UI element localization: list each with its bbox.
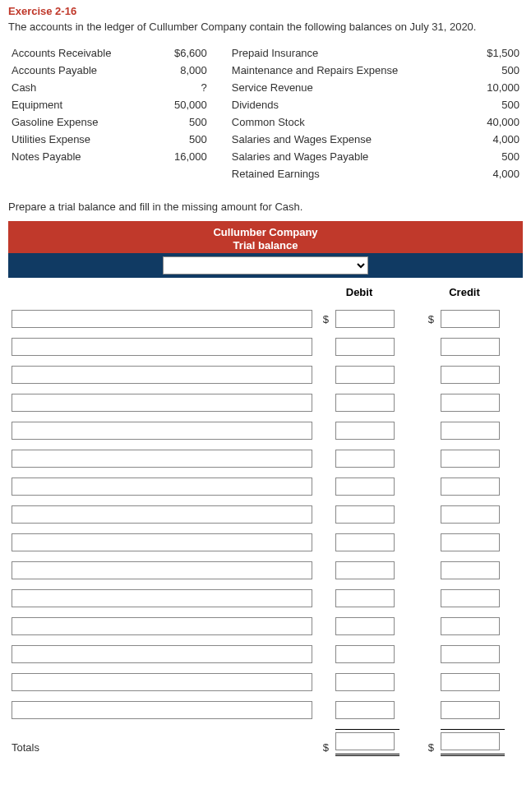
debit-input[interactable] [335,617,395,635]
balance-name: Common Stock [229,113,469,131]
balance-amount: 10,000 [469,79,523,96]
credit-input[interactable] [441,617,500,635]
debit-input[interactable] [335,310,395,328]
totals-label: Totals [8,724,316,761]
credit-input[interactable] [441,478,500,496]
debit-input[interactable] [335,478,395,496]
balance-amount: 4,000 [469,165,523,182]
balance-name: Prepaid Insurance [229,44,469,62]
account-input[interactable] [12,645,312,663]
balance-name: Salaries and Wages Payable [229,148,469,165]
account-input[interactable] [12,673,312,691]
credit-input[interactable] [441,366,500,384]
trial-balance-table: Cullumber Company Trial balance Debit Cr… [8,221,523,761]
balances-table: Accounts Receivable $6,600 Prepaid Insur… [8,44,523,182]
currency-symbol: $ [316,305,332,333]
currency-symbol: $ [316,724,332,761]
debit-input[interactable] [335,366,395,384]
debit-input[interactable] [335,589,395,607]
debit-input[interactable] [335,533,395,551]
account-input[interactable] [12,701,312,719]
trial-balance-header: Cullumber Company Trial balance [8,221,523,253]
balance-amount: 8,000 [156,62,210,79]
date-select[interactable] [163,256,368,275]
balance-amount: $1,500 [469,44,523,62]
account-input[interactable] [12,394,312,412]
balance-amount: 500 [469,62,523,79]
account-input[interactable] [12,533,312,551]
balance-amount: 500 [156,131,210,148]
balance-amount: 500 [156,113,210,131]
credit-input[interactable] [441,589,500,607]
balance-name: Equipment [8,96,156,113]
balance-name: Accounts Payable [8,62,156,79]
debit-input[interactable] [335,450,395,468]
balance-name: Maintenance and Repairs Expense [229,62,469,79]
balance-name: Dividends [229,96,469,113]
credit-input[interactable] [441,533,500,551]
balance-name: Accounts Receivable [8,44,156,62]
instructions-text: Prepare a trial balance and fill in the … [8,201,523,213]
account-input[interactable] [12,450,312,468]
debit-input[interactable] [335,673,395,691]
balance-name: Salaries and Wages Expense [229,131,469,148]
balance-amount: 4,000 [469,131,523,148]
balance-name: Utilities Expense [8,131,156,148]
balance-name: Service Revenue [229,79,469,96]
company-name: Cullumber Company [8,226,523,239]
currency-symbol: $ [421,305,437,333]
account-input[interactable] [12,338,312,356]
debit-total-input[interactable] [335,732,395,750]
balance-amount: 40,000 [469,113,523,131]
credit-input[interactable] [441,422,500,440]
debit-input[interactable] [335,505,395,524]
account-input[interactable] [12,478,312,496]
credit-input[interactable] [441,450,500,468]
balance-amount: ? [156,79,210,96]
trial-balance-subtitle: Trial balance [8,239,523,252]
credit-input[interactable] [441,505,500,524]
debit-input[interactable] [335,561,395,579]
debit-input[interactable] [335,394,395,412]
account-input[interactable] [12,617,312,635]
account-input[interactable] [12,310,312,328]
debit-header: Debit [316,278,403,305]
credit-input[interactable] [441,673,500,691]
balance-name: Cash [8,79,156,96]
account-input[interactable] [12,589,312,607]
credit-input[interactable] [441,394,500,412]
balance-name: Retained Earnings [229,165,469,182]
balance-amount: 500 [469,96,523,113]
credit-header: Credit [421,278,508,305]
credit-input[interactable] [441,701,500,719]
account-input[interactable] [12,505,312,524]
account-input[interactable] [12,422,312,440]
balance-amount: 50,000 [156,96,210,113]
credit-input[interactable] [441,645,500,663]
account-input[interactable] [12,366,312,384]
account-input[interactable] [12,561,312,579]
balance-name: Notes Payable [8,148,156,165]
balance-amount: 16,000 [156,148,210,165]
balance-name: Gasoline Expense [8,113,156,131]
exercise-title: Exercise 2-16 [8,5,523,17]
balance-amount: $6,600 [156,44,210,62]
debit-input[interactable] [335,338,395,356]
credit-input[interactable] [441,338,500,356]
currency-symbol: $ [421,724,437,761]
credit-input[interactable] [441,310,500,328]
debit-input[interactable] [335,422,395,440]
credit-input[interactable] [441,561,500,579]
debit-input[interactable] [335,701,395,719]
balance-amount: 500 [469,148,523,165]
credit-total-input[interactable] [441,732,500,750]
debit-input[interactable] [335,645,395,663]
exercise-intro: The accounts in the ledger of Cullumber … [8,21,523,33]
